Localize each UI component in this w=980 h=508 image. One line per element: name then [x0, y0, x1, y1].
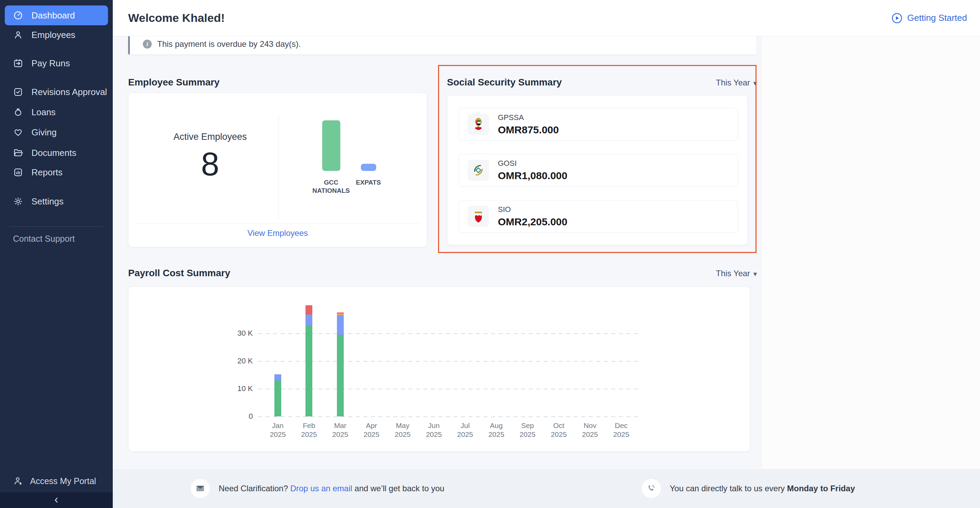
sidebar-item-dashboard[interactable]: Dashboard — [5, 5, 108, 25]
employee-bar-gcc-nationals — [322, 120, 340, 171]
sidebar-item-reports[interactable]: Reports — [5, 163, 108, 181]
page-title: Welcome Khaled! — [128, 0, 225, 36]
sidebar: DashboardEmployeesPay RunsRevisions Appr… — [0, 0, 113, 508]
active-employees-label: Active Employees — [156, 132, 265, 142]
sidebar-item-label: Revisions Approval — [32, 87, 107, 97]
reports-icon — [13, 167, 23, 177]
authority-name: GPSSA — [498, 113, 559, 122]
sidebar-item-label: Dashboard — [32, 10, 75, 21]
overdue-alert: i This payment is overdue by 243 day(s). — [128, 34, 756, 54]
employee-summary-title: Employee Summary — [128, 77, 220, 88]
sidebar-item-loans[interactable]: Loans — [5, 103, 108, 121]
email-support-block: Need Clarification? Drop us an email and… — [191, 469, 444, 508]
sidebar-collapse-button[interactable] — [0, 492, 113, 508]
uae-emblem-icon — [468, 114, 489, 135]
payroll-bar-jan-blue — [274, 374, 281, 381]
sidebar-item-label: Loans — [32, 107, 56, 118]
email-support-text: Need Clarification? Drop us an email and… — [219, 484, 444, 493]
loans-icon — [13, 107, 23, 117]
payroll-period-dropdown[interactable]: This Year▼ — [716, 269, 758, 278]
employee-card-divider — [278, 116, 279, 219]
social-security-title: Social Security Summary — [447, 77, 562, 88]
phone-support-text: You can directly talk to us every Monday… — [670, 484, 855, 493]
social-security-row-sio: SIOOMR2,205.000 — [458, 200, 738, 233]
employees-icon — [13, 30, 23, 40]
authority-name: SIO — [498, 205, 567, 214]
chevron-down-icon: ▼ — [752, 271, 758, 277]
bahrain-emblem-icon — [468, 206, 489, 227]
sidebar-item-settings[interactable]: Settings — [5, 193, 108, 210]
sidebar-divider — [10, 226, 103, 227]
y-axis-tick: 30 K — [222, 329, 253, 338]
authority-name: GOSI — [498, 159, 567, 168]
sidebar-item-documents[interactable]: Documents — [5, 144, 108, 162]
active-employees-count: 8 — [156, 145, 265, 183]
sidebar-item-employees[interactable]: Employees — [5, 26, 108, 44]
y-axis-tick: 0 — [222, 412, 253, 421]
dashboard-icon — [13, 10, 23, 21]
support-footer: Need Clarification? Drop us an email and… — [113, 469, 980, 508]
payroll-bar-feb-red — [305, 305, 312, 315]
documents-icon — [13, 148, 23, 158]
portal-person-icon — [13, 476, 23, 486]
employee-card-footer-divider — [135, 223, 421, 224]
employee-bar-label: EXPATS — [343, 178, 394, 187]
settings-icon — [13, 196, 23, 207]
social-security-period-dropdown[interactable]: This Year▼ — [716, 78, 758, 88]
gosi-logo-icon — [468, 160, 489, 181]
payroll-bar-mar-blue — [337, 315, 344, 335]
sidebar-item-payruns[interactable]: Pay Runs — [5, 54, 108, 72]
sidebar-item-label: Settings — [32, 196, 64, 207]
top-header: Welcome Khaled! Getting Started — [113, 0, 980, 36]
chevron-down-icon: ▼ — [752, 80, 758, 87]
phone-icon — [642, 479, 661, 498]
giving-icon — [13, 127, 23, 137]
authority-amount: OMR1,080.000 — [498, 170, 567, 182]
payroll-bar-mar-red — [337, 312, 344, 314]
payroll-bar-mar-orange — [337, 314, 344, 315]
phone-support-block: You can directly talk to us every Monday… — [642, 469, 855, 508]
payroll-summary-title: Payroll Cost Summary — [128, 268, 230, 279]
getting-started-link[interactable]: Getting Started — [891, 0, 967, 36]
chart-gridline — [258, 416, 639, 417]
play-circle-icon — [891, 13, 902, 24]
authority-amount: OMR875.000 — [498, 124, 559, 136]
social-security-row-gpssa: GPSSAOMR875.000 — [458, 108, 738, 141]
sidebar-item-label: Reports — [32, 167, 62, 178]
sidebar-item-label: Giving — [32, 127, 57, 138]
chart-gridline — [258, 361, 639, 361]
right-empty-panel — [761, 36, 980, 469]
sidebar-item-label: Pay Runs — [32, 58, 70, 69]
sidebar-item-contact-support[interactable]: Contact Support — [13, 234, 75, 244]
payroll-bar-feb-blue — [305, 315, 312, 325]
payruns-icon — [13, 58, 23, 68]
drop-us-an-email-link[interactable]: Drop us an email — [290, 484, 352, 493]
sidebar-item-label: Employees — [32, 30, 75, 40]
revisions-icon — [13, 87, 23, 97]
social-security-row-gosi: GOSIOMR1,080.000 — [458, 154, 738, 187]
authority-amount: OMR2,205.000 — [498, 216, 567, 228]
email-icon — [191, 479, 210, 498]
y-axis-tick: 20 K — [222, 357, 253, 365]
sidebar-item-label: Documents — [32, 148, 76, 158]
employee-bar-expats — [361, 164, 376, 171]
chart-gridline — [258, 389, 639, 389]
chart-gridline — [258, 333, 639, 334]
sidebar-item-giving[interactable]: Giving — [5, 123, 108, 141]
payroll-bar-mar-green — [337, 335, 344, 416]
alert-text: This payment is overdue by 243 day(s). — [157, 39, 301, 49]
y-axis-tick: 10 K — [222, 384, 253, 393]
sidebar-item-access-my-portal[interactable]: Access My Portal — [13, 473, 96, 489]
x-axis-label: Dec2025 — [601, 421, 642, 439]
payroll-bar-feb-green — [305, 325, 312, 416]
payroll-bar-jan-green — [274, 381, 281, 416]
sidebar-item-revisions[interactable]: Revisions Approval — [5, 83, 108, 101]
view-employees-link[interactable]: View Employees — [128, 228, 427, 238]
info-icon: i — [143, 40, 152, 49]
